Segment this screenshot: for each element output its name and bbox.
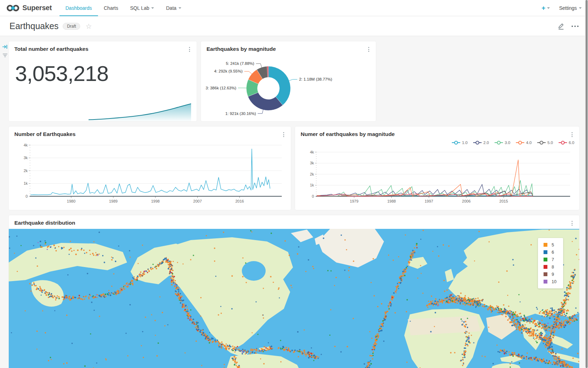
legend-line-icon — [473, 141, 482, 145]
kebab-menu-icon[interactable] — [366, 46, 371, 53]
donut-chart: 2: 1.18M (38.77%)1: 921k (30.16%)3: 386k… — [201, 54, 365, 120]
expand-filter-panel-icon[interactable] — [2, 44, 8, 49]
x-axis-tick-label: 2016 — [235, 199, 244, 203]
y-axis-tick-label: 4k — [23, 143, 28, 147]
x-axis-tick-label: 1998 — [151, 199, 160, 203]
chart-title: Total number of earthquakes — [14, 46, 89, 52]
donut-label-1: 1: 921k (30.16%) — [225, 111, 256, 116]
filter-rail — [2, 44, 8, 58]
y-axis-tick-label: 2k — [310, 172, 314, 176]
chart-title: Numer of earthquakes by magnitude — [301, 131, 395, 137]
y-axis-tick-label: 3k — [23, 156, 28, 160]
page-title: Earthquakes — [9, 21, 58, 31]
legend-line-icon — [516, 141, 524, 145]
legend-item-4.0[interactable]: 4.0 — [516, 141, 532, 145]
x-axis-tick-label: 1980 — [67, 199, 75, 203]
x-axis-tick-label: 2015 — [499, 199, 508, 203]
nav-item-label: Data — [166, 5, 176, 11]
plus-icon: + — [541, 5, 545, 11]
superset-dashboard-page: Superset DashboardsChartsSQL LabData + S… — [0, 0, 588, 368]
filter-icon[interactable] — [2, 53, 8, 58]
x-axis-tick-label: 1979 — [350, 199, 358, 203]
vertical-scrollbar — [585, 0, 588, 368]
legend-label: 7 — [552, 257, 554, 262]
legend-swatch — [544, 243, 547, 247]
legend-item-5.0[interactable]: 5.0 — [537, 141, 553, 145]
nav-item-charts[interactable]: Charts — [98, 0, 124, 16]
edit-dashboard-icon[interactable] — [558, 22, 565, 30]
card-earthquakes-by-magnitude: Earthquakes by magnitude 2: 1.18M (38.77… — [201, 41, 376, 121]
legend-label: 9 — [552, 272, 554, 277]
legend-label: 3.0 — [505, 141, 510, 145]
legend-label: 10 — [552, 279, 556, 284]
kebab-menu-icon[interactable] — [281, 131, 286, 138]
scrollbar-thumb[interactable] — [586, 0, 588, 368]
settings-menu[interactable]: Settings — [559, 5, 582, 11]
legend-swatch — [544, 280, 547, 284]
legend-item-3.0[interactable]: 3.0 — [495, 141, 510, 145]
kebab-menu-icon[interactable] — [570, 131, 574, 138]
dashboard-header: Earthquakes Draft ☆ — [0, 16, 588, 36]
x-axis-tick-label: 1989 — [109, 199, 117, 203]
brand-name: Superset — [22, 4, 52, 12]
legend-swatch — [544, 258, 547, 261]
legend-line-icon — [495, 141, 503, 145]
nav-item-label: Dashboards — [65, 5, 92, 11]
map-canvas[interactable] — [9, 229, 579, 368]
nav-item-data[interactable]: Data — [160, 0, 187, 16]
legend-label: 8 — [552, 265, 554, 270]
legend-line-icon — [559, 141, 567, 145]
legend-swatch — [544, 265, 547, 269]
x-axis-tick-label: 2006 — [462, 199, 470, 203]
series-line-4.0 — [317, 160, 533, 196]
superset-brand[interactable]: Superset — [6, 4, 52, 13]
chevron-down-icon — [151, 7, 154, 9]
y-axis-tick-label: 4k — [310, 150, 314, 154]
x-axis-tick-label: 2007 — [193, 199, 202, 203]
trend-sparkline — [14, 102, 191, 121]
legend-item-1.0[interactable]: 1.0 — [452, 141, 468, 145]
map-legend-item-5: 5 — [541, 241, 560, 248]
main-nav: DashboardsChartsSQL LabData — [59, 0, 187, 16]
map-legend-item-8: 8 — [541, 263, 560, 271]
legend-swatch — [544, 250, 547, 254]
chevron-down-icon — [547, 7, 550, 9]
nav-item-dashboards[interactable]: Dashboards — [59, 0, 98, 16]
legend-item-2.0[interactable]: 2.0 — [473, 141, 489, 145]
card-earthquake-distribution: Earthquake distribution 5678910 — [9, 215, 579, 368]
card-header: Total number of earthquakes — [9, 41, 197, 54]
more-actions-icon[interactable] — [572, 26, 579, 27]
favorite-star-icon[interactable]: ☆ — [85, 23, 92, 30]
header-actions — [558, 22, 579, 30]
series-line-Count — [30, 149, 270, 195]
y-axis-tick-label: 1k — [23, 181, 28, 185]
map-legend-item-9: 9 — [541, 271, 560, 278]
world-map[interactable]: 5678910 — [9, 229, 579, 368]
superset-logo-icon — [6, 4, 20, 13]
map-legend: 5678910 — [538, 238, 563, 288]
kebab-menu-icon[interactable] — [187, 46, 192, 53]
map-legend-item-7: 7 — [541, 256, 560, 263]
legend-label: 6 — [552, 250, 554, 255]
legend-label: 1.0 — [462, 141, 468, 145]
card-header: Earthquakes by magnitude — [201, 41, 376, 54]
new-item-button[interactable]: + — [541, 5, 550, 11]
chart-legend: 1.02.03.04.05.06.0 — [295, 139, 579, 146]
card-header: Numer of earthquakes by magnitude — [295, 127, 579, 139]
chart-title: Earthquakes by magnitude — [206, 46, 276, 52]
nav-item-sql-lab[interactable]: SQL Lab — [124, 0, 160, 16]
legend-swatch — [544, 272, 547, 276]
chevron-down-icon — [579, 7, 582, 9]
y-axis-tick-label: 3k — [310, 161, 314, 165]
card-number-of-earthquakes: Number of Earthquakes 01k2k3k4k198019891… — [9, 127, 291, 210]
map-legend-item-10: 10 — [541, 278, 560, 285]
kebab-menu-icon[interactable] — [570, 220, 574, 227]
y-axis-tick-label: 1k — [310, 183, 314, 187]
y-axis-tick-label: 2k — [23, 169, 28, 173]
y-axis-tick-label: 0 — [312, 194, 314, 198]
legend-item-6.0[interactable]: 6.0 — [559, 141, 574, 145]
card-total-earthquakes: Total number of earthquakes 3,053,218 — [9, 41, 197, 121]
big-number-value: 3,053,218 — [9, 54, 197, 85]
legend-line-icon — [537, 141, 546, 145]
legend-label: 4.0 — [526, 141, 532, 145]
